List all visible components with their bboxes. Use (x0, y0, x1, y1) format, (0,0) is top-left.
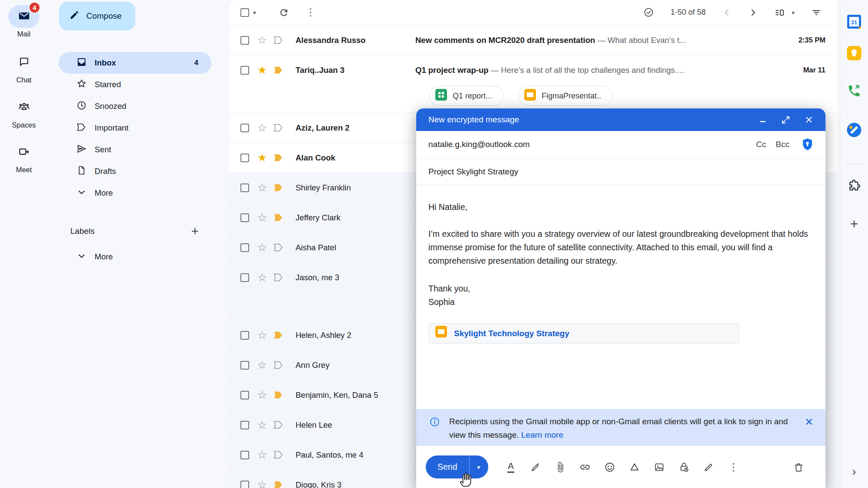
star-toggle-icon[interactable]: ☆ (256, 122, 268, 133)
discard-draft-icon[interactable] (789, 457, 808, 477)
importance-marker-icon[interactable] (273, 243, 285, 252)
star-toggle-icon[interactable]: ☆ (256, 212, 268, 223)
star-toggle-icon[interactable]: ☆ (256, 242, 268, 253)
extensions-puzzle-icon[interactable] (848, 179, 861, 192)
bcc-button[interactable]: Bcc (776, 140, 789, 149)
tasks-icon[interactable] (847, 122, 862, 138)
importance-marker-icon[interactable] (273, 36, 285, 45)
importance-marker-icon[interactable] (273, 183, 285, 192)
insert-photo-icon[interactable] (650, 457, 669, 477)
keep-icon[interactable] (847, 46, 862, 61)
star-toggle-icon[interactable]: ☆ (256, 35, 268, 46)
more-send-options-icon[interactable]: ⋮ (724, 457, 743, 477)
sidebar-item-starred[interactable]: Starred (59, 74, 211, 95)
learn-more-link[interactable]: Learn more (521, 430, 563, 439)
message-body[interactable]: Hi Natalie, I’m excited to share with yo… (416, 185, 825, 409)
star-toggle-icon[interactable]: ☆ (256, 449, 268, 460)
insert-signature-icon[interactable] (699, 457, 719, 477)
star-toggle-icon[interactable]: ☆ (256, 390, 268, 400)
sidebar-item-important[interactable]: Important (59, 117, 211, 139)
select-all-checkbox[interactable] (240, 8, 249, 17)
star-toggle-icon[interactable]: ☆ (256, 272, 268, 283)
star-toggle-icon[interactable]: ★ (256, 65, 268, 75)
row-checkbox[interactable] (240, 391, 249, 400)
more-options-button[interactable]: ⋮ (306, 7, 316, 18)
importance-marker-icon[interactable] (273, 360, 285, 370)
filter-icon[interactable] (811, 7, 822, 18)
attach-file-icon[interactable] (551, 457, 570, 477)
importance-marker-icon[interactable] (273, 66, 285, 75)
check-circle-icon[interactable] (643, 7, 654, 18)
importance-marker-icon[interactable] (273, 153, 285, 162)
attachment-chip[interactable]: Q1 report... (429, 86, 504, 106)
send-options-caret-icon[interactable]: ▾ (469, 455, 488, 478)
sidebar-item-sent[interactable]: Sent (59, 139, 211, 160)
importance-marker-icon[interactable] (273, 420, 285, 429)
importance-marker-icon[interactable] (273, 390, 285, 400)
insert-from-drive-icon[interactable] (625, 457, 644, 477)
row-checkbox[interactable] (240, 243, 249, 252)
sidebar-item-labels-more[interactable]: More (59, 246, 113, 268)
recipients-field[interactable]: natalie.g.king@outlook.com Cc Bcc (416, 131, 825, 158)
compose-header[interactable]: New encrypted message (416, 108, 825, 131)
insert-link-icon[interactable] (575, 457, 595, 477)
send-button[interactable]: Send ▾ (426, 455, 488, 478)
split-pane-toggle[interactable]: ▾ (774, 7, 795, 18)
calendar-icon[interactable]: 31 (846, 14, 862, 29)
encryption-shield-icon[interactable] (802, 138, 813, 151)
newer-page-button[interactable] (722, 8, 732, 17)
compose-button[interactable]: Compose (59, 2, 135, 30)
older-page-button[interactable] (748, 8, 758, 17)
row-checkbox[interactable] (240, 183, 249, 192)
insert-emoji-icon[interactable] (600, 457, 620, 477)
row-checkbox[interactable] (240, 66, 249, 75)
formatting-options-icon[interactable]: A (501, 457, 521, 477)
star-toggle-icon[interactable]: ☆ (256, 182, 268, 193)
importance-marker-icon[interactable] (273, 213, 285, 222)
row-checkbox[interactable] (240, 421, 249, 429)
row-checkbox[interactable] (240, 481, 249, 488)
email-row[interactable]: ☆Alessandra RussoNew comments on MCR2020… (230, 25, 837, 55)
sidebar-item-more[interactable]: More (59, 182, 211, 204)
attachment-link[interactable]: Skylight Technology Strategy (454, 327, 569, 340)
row-checkbox[interactable] (240, 451, 249, 459)
email-row[interactable]: ★Tariq..Juan 3Q1 project wrap-up — Here’… (230, 55, 837, 113)
importance-marker-icon[interactable] (273, 123, 285, 132)
importance-marker-icon[interactable] (273, 331, 285, 340)
rail-item-mail[interactable]: 4 Mail (0, 5, 48, 38)
cc-button[interactable]: Cc (756, 140, 766, 149)
star-toggle-icon[interactable]: ☆ (256, 419, 268, 430)
get-addons-plus-icon[interactable]: + (850, 216, 858, 232)
row-checkbox[interactable] (240, 331, 249, 340)
row-checkbox[interactable] (240, 213, 249, 222)
rail-item-spaces[interactable]: Spaces (0, 96, 48, 129)
help-me-write-icon[interactable] (526, 457, 546, 477)
sidebar-item-inbox[interactable]: Inbox 4 (59, 52, 211, 74)
show-side-panel-chevron-icon[interactable]: › (852, 465, 856, 478)
row-checkbox[interactable] (240, 154, 249, 162)
star-toggle-icon[interactable]: ☆ (256, 330, 268, 341)
rail-item-meet[interactable]: Meet (0, 141, 48, 174)
banner-close-icon[interactable]: ✕ (805, 416, 813, 428)
row-checkbox[interactable] (240, 36, 249, 45)
star-toggle-icon[interactable]: ★ (256, 152, 268, 163)
attached-file-card[interactable]: Skylight Technology Strategy (428, 323, 739, 344)
voice-icon[interactable] (847, 84, 861, 98)
importance-marker-icon[interactable] (273, 480, 285, 488)
row-checkbox[interactable] (240, 273, 249, 282)
attachment-chip[interactable]: FigmaPresentat.. (518, 86, 613, 106)
importance-marker-icon[interactable] (273, 273, 285, 282)
importance-marker-icon[interactable] (273, 450, 285, 459)
select-dropdown-caret-icon[interactable]: ▾ (253, 9, 256, 16)
star-toggle-icon[interactable]: ☆ (256, 360, 268, 370)
sidebar-item-snoozed[interactable]: Snoozed (59, 95, 211, 117)
row-checkbox[interactable] (240, 361, 249, 370)
rail-item-chat[interactable]: Chat (0, 51, 48, 84)
star-toggle-icon[interactable]: ☆ (256, 479, 268, 488)
confidential-mode-icon[interactable] (674, 457, 694, 477)
minimize-button[interactable] (759, 116, 767, 124)
sidebar-item-drafts[interactable]: Drafts (59, 160, 211, 182)
add-label-button[interactable]: + (191, 225, 199, 238)
subject-field[interactable]: Project Skylight Strategy (416, 158, 825, 185)
popout-icon[interactable] (782, 116, 790, 124)
